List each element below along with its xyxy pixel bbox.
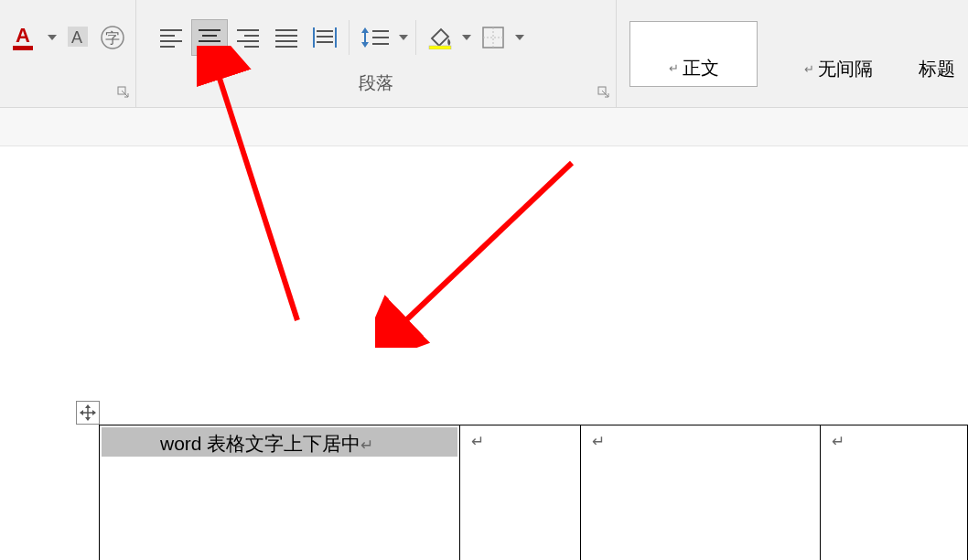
align-center-icon — [197, 27, 222, 48]
svg-rect-37 — [429, 46, 451, 49]
align-left-button[interactable] — [153, 19, 189, 56]
paragraph-mark-icon: ↵ — [828, 430, 844, 451]
style-heading[interactable]: 标题 — [919, 21, 955, 87]
borders-icon — [481, 26, 505, 49]
font-group: A A 字 — [0, 0, 136, 107]
align-left-icon — [158, 27, 184, 48]
font-color-dropdown[interactable] — [46, 19, 59, 56]
borders-button[interactable] — [475, 19, 511, 56]
table-cell[interactable]: ↵ — [580, 425, 820, 561]
text-highlight-button[interactable]: A — [62, 19, 93, 56]
svg-rect-3 — [68, 27, 88, 47]
shading-dropdown[interactable] — [460, 19, 473, 56]
line-spacing-button[interactable] — [355, 19, 395, 56]
align-right-button[interactable] — [230, 19, 266, 56]
svg-marker-2 — [48, 35, 57, 40]
style-no-spacing-label: 无间隔 — [818, 57, 873, 81]
table-cell-selected[interactable]: word 表格文字上下居中↵ — [100, 425, 460, 561]
paint-bucket-icon — [426, 26, 454, 49]
line-spacing-dropdown[interactable] — [397, 19, 410, 56]
align-distributed-icon — [311, 26, 339, 49]
paragraph-group: 段落 — [136, 0, 617, 107]
svg-point-5 — [102, 27, 124, 48]
style-no-spacing[interactable]: ↵无间隔 — [774, 21, 902, 87]
paragraph-mark-icon: ↵ — [468, 430, 484, 451]
svg-text:A: A — [16, 24, 30, 47]
svg-marker-30 — [361, 27, 369, 33]
svg-marker-32 — [361, 42, 369, 48]
svg-marker-47 — [85, 404, 91, 408]
align-right-icon — [235, 27, 261, 48]
document-table[interactable]: word 表格文字上下居中↵ ↵ ↵ ↵ ↵ ↵ ↵ ↵ ↵ ↵ ↵ ↵ — [99, 425, 968, 560]
borders-dropdown[interactable] — [513, 19, 526, 56]
style-normal[interactable]: ↵正文 — [629, 21, 758, 87]
char-style-button[interactable]: 字 — [97, 19, 128, 56]
table-cell[interactable]: ↵ — [460, 425, 580, 561]
move-icon — [80, 404, 96, 421]
font-color-icon: A — [11, 24, 37, 51]
text-highlight-icon: A — [66, 25, 90, 50]
paragraph-mark-icon: ↵ — [588, 430, 605, 451]
paragraph-mark-icon: ↵ — [360, 436, 373, 454]
line-spacing-icon — [360, 26, 391, 49]
paragraph-dialog-launcher[interactable] — [597, 86, 610, 99]
font-dialog-launcher[interactable] — [117, 86, 130, 99]
separator — [415, 20, 416, 55]
table-move-handle[interactable] — [76, 401, 100, 425]
style-normal-label: 正文 — [683, 56, 719, 81]
document-area: word 表格文字上下居中↵ ↵ ↵ ↵ ↵ ↵ ↵ ↵ ↵ ↵ ↵ ↵ — [0, 108, 968, 560]
align-justify-button[interactable] — [268, 19, 305, 56]
align-distributed-button[interactable] — [307, 19, 343, 56]
font-color-button[interactable]: A — [5, 19, 42, 56]
ribbon: A A 字 — [0, 0, 968, 108]
svg-marker-36 — [399, 35, 408, 40]
table-row: word 表格文字上下居中↵ ↵ ↵ ↵ — [100, 425, 968, 561]
svg-marker-48 — [85, 417, 91, 421]
align-center-button[interactable] — [191, 19, 228, 56]
svg-marker-49 — [80, 410, 83, 415]
table-cell[interactable]: ↵ — [820, 425, 967, 561]
svg-marker-38 — [462, 35, 471, 40]
separator — [349, 20, 350, 55]
align-justify-icon — [274, 27, 299, 48]
style-heading-label: 标题 — [919, 57, 955, 81]
svg-rect-39 — [483, 27, 503, 48]
cell-text: word 表格文字上下居中 — [160, 433, 360, 454]
svg-text:A: A — [71, 28, 82, 47]
char-circle-icon: 字 — [100, 25, 125, 50]
styles-group: ↵正文 ↵无间隔 标题 — [617, 0, 968, 107]
svg-rect-1 — [13, 46, 33, 50]
ruler-area — [0, 108, 968, 146]
svg-marker-42 — [515, 35, 524, 40]
svg-marker-50 — [92, 410, 96, 415]
paragraph-group-label: 段落 — [359, 71, 393, 95]
shading-button[interactable] — [422, 19, 458, 56]
svg-text:字: 字 — [105, 30, 120, 46]
